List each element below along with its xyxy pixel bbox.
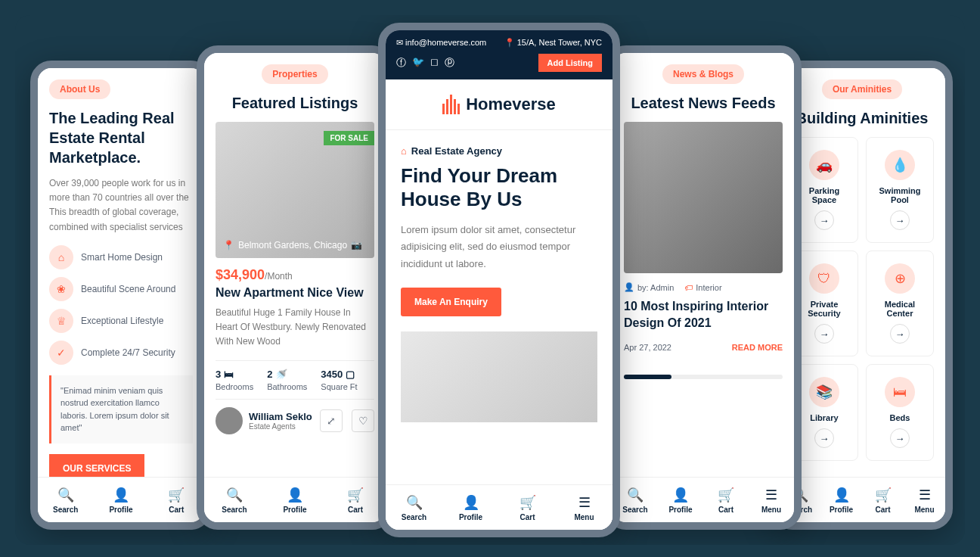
- email-contact[interactable]: ✉ info@homeverse.com: [396, 38, 486, 48]
- agent-avatar[interactable]: [216, 407, 243, 434]
- amenity-card[interactable]: 🛏Beds→: [866, 364, 934, 461]
- menu-icon: ☰: [919, 487, 931, 503]
- nav-search[interactable]: 🔍Search: [204, 478, 265, 522]
- expand-button[interactable]: ⤢: [320, 409, 343, 432]
- instagram-icon[interactable]: ◻: [430, 56, 439, 70]
- amenity-label: Library: [810, 413, 838, 422]
- hero-title: Find Your Dream House By Us: [401, 164, 597, 211]
- amenity-label: Medical Center: [874, 300, 926, 318]
- nav-profile[interactable]: 👤Profile: [265, 478, 325, 522]
- nav-cart[interactable]: 🛒Cart: [149, 478, 204, 522]
- bottom-nav: 🔍Search 👤Profile 🛒Cart ☰Menu: [386, 484, 612, 530]
- nav-menu[interactable]: ☰Menu: [556, 485, 612, 530]
- arrow-icon: →: [890, 428, 910, 448]
- menu-icon: ☰: [578, 494, 591, 511]
- spec-sqft: 3450 ▢Square Ft: [321, 369, 357, 391]
- arrow-icon: →: [814, 324, 834, 344]
- agent-name: William Seklo: [249, 411, 312, 422]
- nav-profile[interactable]: 👤Profile: [442, 485, 499, 530]
- pinterest-icon[interactable]: ⓟ: [445, 56, 454, 70]
- bottom-nav: 🔍Search 👤Profile 🛒Cart: [204, 477, 386, 522]
- address-contact: 📍 15/A, Nest Tower, NYC: [504, 38, 602, 48]
- arrow-icon: →: [890, 210, 910, 230]
- hero-image: [401, 331, 597, 422]
- amenity-icon: 🛏: [885, 377, 915, 407]
- logo[interactable]: Homeverse: [386, 79, 612, 130]
- amenity-card[interactable]: 💧Swimming Pool→: [866, 137, 934, 243]
- about-subtitle: Over 39,000 people work for us in more t…: [49, 176, 193, 235]
- nav-cart[interactable]: 🛒Cart: [703, 478, 749, 522]
- news-date: Apr 27, 2022: [624, 343, 671, 352]
- amenity-icon: 🚗: [809, 150, 839, 180]
- news-image[interactable]: [624, 122, 783, 273]
- amenities-badge: Our Aminities: [822, 79, 902, 99]
- feature-item: ♕Exceptional Lifestyle: [49, 309, 193, 333]
- top-bar: ✉ info@homeverse.com 📍 15/A, Nest Tower,…: [386, 30, 612, 79]
- cart-icon: 🛒: [168, 487, 185, 503]
- nav-search[interactable]: 🔍Search: [38, 478, 93, 522]
- add-listing-button[interactable]: Add Listing: [538, 54, 603, 72]
- news-badge: News & Blogs: [662, 64, 744, 84]
- listing-title[interactable]: New Apartment Nice View: [216, 286, 374, 300]
- profile-icon: 👤: [287, 487, 303, 503]
- cart-icon: 🛒: [875, 487, 892, 503]
- menu-icon: ☰: [765, 487, 777, 503]
- arrow-icon: →: [814, 210, 834, 230]
- amenities-title: Building Aminities: [790, 108, 934, 128]
- sale-badge: FOR SALE: [324, 131, 374, 145]
- search-icon: 🔍: [226, 487, 243, 503]
- shield-icon: ✓: [49, 341, 73, 365]
- nav-profile[interactable]: 👤Profile: [93, 478, 148, 522]
- property-image[interactable]: FOR SALE 📍Belmont Gardens, Chicago📷: [216, 122, 374, 258]
- nav-search[interactable]: 🔍Search: [386, 485, 442, 530]
- wine-icon: ♕: [49, 309, 73, 333]
- feature-item: ❀Beautiful Scene Around: [49, 277, 193, 301]
- spec-bedrooms: 3 🛏Bedrooms: [216, 369, 253, 391]
- nav-cart[interactable]: 🛒Cart: [325, 478, 386, 522]
- amenity-icon: 💧: [885, 150, 915, 180]
- arrow-icon: →: [814, 428, 834, 448]
- amenity-icon: 📚: [809, 377, 839, 407]
- home-icon: ⌂: [49, 245, 73, 269]
- bottom-nav: 🔍Search 👤Profile 🛒Cart ☰Menu: [612, 477, 794, 522]
- pin-icon: 📍: [223, 240, 234, 250]
- search-icon: 🔍: [57, 487, 74, 503]
- camera-icon: 📷: [351, 240, 362, 250]
- profile-icon: 👤: [113, 487, 129, 503]
- nav-profile[interactable]: 👤Profile: [820, 478, 862, 522]
- spec-bathrooms: 2 🚿Bathrooms: [267, 369, 307, 391]
- arrow-icon: →: [890, 324, 910, 344]
- scroll-progress[interactable]: [624, 375, 783, 379]
- amenity-icon: ⊕: [885, 263, 915, 294]
- twitter-icon[interactable]: 🐦: [412, 56, 424, 70]
- our-services-button[interactable]: OUR SERVICES: [49, 454, 144, 477]
- search-icon: 🔍: [406, 494, 423, 511]
- nav-cart[interactable]: 🛒Cart: [862, 478, 904, 522]
- facebook-icon[interactable]: ⓕ: [396, 56, 406, 70]
- price: $34,900/Month: [216, 267, 374, 283]
- amenity-icon: 🛡: [809, 263, 839, 294]
- nav-cart[interactable]: 🛒Cart: [499, 485, 556, 530]
- about-badge: About Us: [49, 79, 110, 99]
- tag-icon: 🏷: [684, 283, 693, 292]
- user-icon: 👤: [624, 282, 634, 292]
- hero-text: Lorem ipsum dolor sit amet, consectetur …: [401, 222, 597, 272]
- bottom-nav: 🔍Search 👤Profile 🛒Cart ☰Menu: [779, 477, 945, 522]
- location-label: 📍Belmont Gardens, Chicago📷: [223, 240, 362, 250]
- enquiry-button[interactable]: Make An Enquiry: [401, 288, 501, 316]
- cart-icon: 🛒: [718, 487, 734, 503]
- nav-profile[interactable]: 👤Profile: [658, 478, 703, 522]
- news-title[interactable]: 10 Most Inspiring Interior Design Of 202…: [624, 298, 783, 332]
- amenity-card[interactable]: ⊕Medical Center→: [866, 250, 934, 356]
- pin-icon: 📍: [504, 38, 515, 47]
- amenity-label: Parking Space: [799, 186, 850, 204]
- logo-text: Homeverse: [466, 95, 556, 114]
- amenity-label: Swimming Pool: [874, 186, 926, 204]
- read-more-link[interactable]: READ MORE: [732, 343, 783, 352]
- nav-menu[interactable]: ☰Menu: [749, 478, 794, 522]
- nav-menu[interactable]: ☰Menu: [904, 478, 945, 522]
- author-meta: 👤by: Admin: [624, 282, 674, 292]
- profile-icon: 👤: [463, 494, 479, 511]
- leaf-icon: ❀: [49, 277, 73, 301]
- like-button[interactable]: ♡: [352, 409, 374, 432]
